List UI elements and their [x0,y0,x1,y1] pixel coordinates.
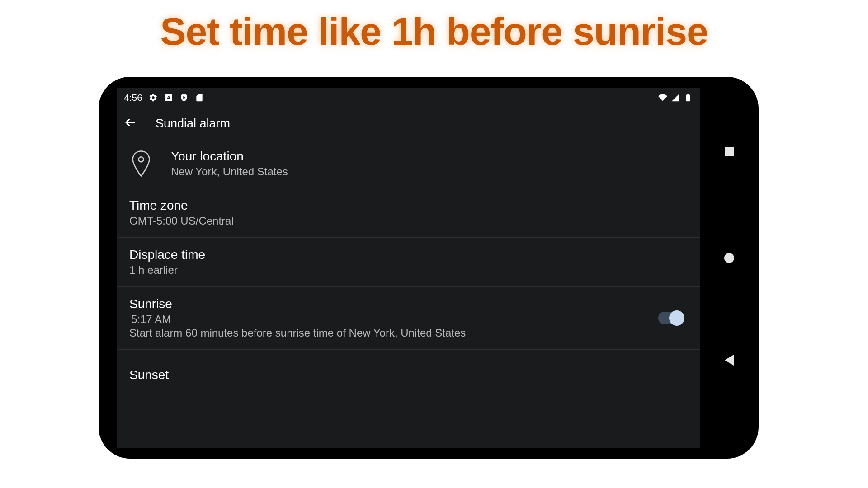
settings-list: Your location New York, United States Ti… [117,139,700,376]
app-bar-title: Sundial alarm [156,117,230,131]
app-bar: Sundial alarm [117,108,700,139]
row-timezone[interactable]: Time zone GMT-5:00 US/Central [117,188,700,238]
row-timezone-title: Time zone [129,198,687,213]
nav-back-button[interactable] [725,355,734,366]
shield-icon [179,93,189,102]
nav-home-button[interactable] [724,253,734,263]
row-sunrise[interactable]: Sunrise 5:17 AM Start alarm 60 minutes b… [117,287,700,350]
toggle-knob [669,310,684,326]
row-sunset-title: Sunset [129,368,687,382]
svg-point-3 [139,157,144,162]
row-sunset[interactable]: Sunset [117,350,700,376]
device-screen: 4:56 A [117,88,700,448]
row-sunrise-desc: Start alarm 60 minutes before sunrise ti… [129,327,640,339]
back-button[interactable] [124,116,137,131]
promo-headline: Set time like 1h before sunrise [0,9,868,54]
status-bar: 4:56 A [117,88,700,108]
wifi-icon [658,93,667,102]
row-location-value: New York, United States [171,165,687,178]
letter-a-icon: A [164,93,173,102]
tablet-frame: 4:56 A [99,77,759,459]
sd-card-icon [195,93,204,102]
row-timezone-value: GMT-5:00 US/Central [129,215,687,227]
system-nav-strip [700,77,759,459]
row-displace-value: 1 h earlier [129,264,687,277]
row-location-title: Your location [171,149,687,164]
svg-text:A: A [167,94,171,100]
row-sunrise-title: Sunrise [129,297,640,311]
location-pin-icon [129,150,153,177]
gear-icon [149,93,158,102]
battery-icon [684,93,693,102]
row-displace-title: Displace time [129,248,687,262]
nav-recent-button[interactable] [725,147,734,156]
row-sunrise-time: 5:17 AM [131,313,640,326]
row-displace[interactable]: Displace time 1 h earlier [117,238,700,287]
status-time: 4:56 [124,92,142,103]
sunrise-toggle[interactable] [658,312,683,324]
signal-icon [671,93,680,102]
arrow-left-icon [124,116,137,129]
row-location[interactable]: Your location New York, United States [117,139,700,188]
